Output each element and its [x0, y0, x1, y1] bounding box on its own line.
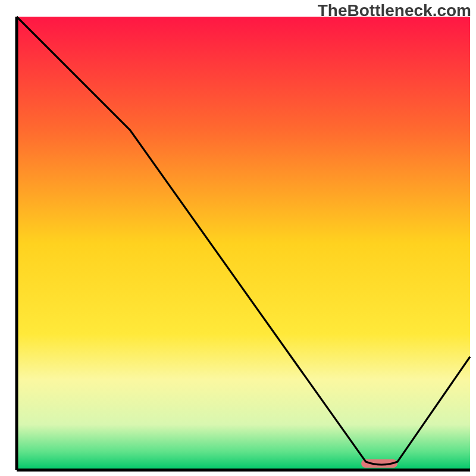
chart-svg — [0, 0, 476, 476]
bottleneck-chart: TheBottleneck.com — [0, 0, 476, 476]
watermark-text: TheBottleneck.com — [318, 1, 471, 20]
